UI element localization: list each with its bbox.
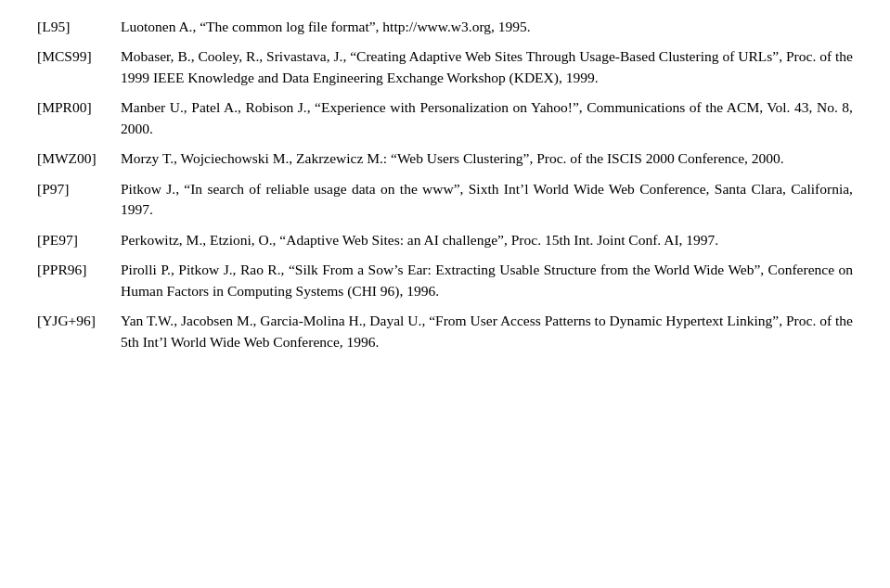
table-row: [PPR96]Pirolli P., Pitkow J., Rao R., “S… (37, 260, 853, 301)
ref-content: Luotonen A., “The common log file format… (121, 17, 853, 37)
ref-label: [MCS99] (37, 46, 121, 88)
ref-content: Pitkow J., “In search of reliable usage … (121, 179, 853, 221)
table-row: [MPR00]Manber U., Patel A., Robison J., … (37, 97, 853, 139)
ref-label: [PE97] (37, 230, 121, 250)
ref-label: [P97] (37, 179, 121, 221)
table-row: [P97]Pitkow J., “In search of reliable u… (37, 179, 853, 221)
ref-content: Perkowitz, M., Etzioni, O., “Adaptive We… (121, 230, 853, 250)
ref-content: Manber U., Patel A., Robison J., “Experi… (121, 97, 853, 139)
ref-label: [YJG+96] (37, 311, 121, 352)
ref-content: Morzy T., Wojciechowski M., Zakrzewicz M… (121, 148, 853, 169)
ref-content: Pirolli P., Pitkow J., Rao R., “Silk Fro… (121, 260, 853, 301)
table-row: [MWZ00]Morzy T., Wojciechowski M., Zakrz… (37, 148, 853, 169)
ref-label: [MWZ00] (37, 148, 121, 169)
ref-label: [PPR96] (37, 260, 121, 301)
table-row: [PE97]Perkowitz, M., Etzioni, O., “Adapt… (37, 230, 853, 250)
ref-content: Mobaser, B., Cooley, R., Srivastava, J.,… (121, 46, 853, 88)
ref-label: [MPR00] (37, 97, 121, 139)
ref-content: Yan T.W., Jacobsen M., Garcia-Molina H.,… (121, 311, 853, 352)
table-row: [MCS99]Mobaser, B., Cooley, R., Srivasta… (37, 46, 853, 88)
ref-label: [L95] (37, 17, 121, 37)
table-row: [L95]Luotonen A., “The common log file f… (37, 17, 853, 37)
table-row: [YJG+96]Yan T.W., Jacobsen M., Garcia-Mo… (37, 311, 853, 352)
references-list: [L95]Luotonen A., “The common log file f… (37, 17, 853, 352)
